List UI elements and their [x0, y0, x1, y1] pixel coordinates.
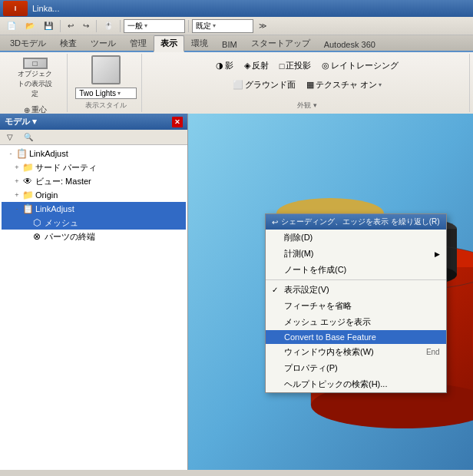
tab-startup[interactable]: スタートアップ: [244, 35, 317, 51]
model-panel-toolbar: ▽ 🔍: [0, 130, 187, 145]
title-bar-text: Linka...: [32, 4, 59, 13]
ctx-create-note[interactable]: ノートを作成(C): [266, 262, 446, 278]
tab-3dmodel[interactable]: 3Dモデル: [3, 35, 53, 51]
pro-logo: I: [3, 1, 28, 16]
separator-2: [96, 20, 97, 32]
parts-end-icon: ⊗: [31, 230, 43, 243]
cog-icon: ⊕: [24, 106, 30, 114]
expand-parts: [22, 232, 31, 241]
orthographic-btn[interactable]: □ 正投影: [276, 58, 315, 73]
ctx-display-settings[interactable]: 表示設定(V): [266, 282, 446, 298]
separator-1: [60, 20, 61, 32]
group-display-style-label: 表示スタイル: [85, 101, 127, 111]
redo-btn[interactable]: ↪: [79, 20, 93, 31]
display-style-icon[interactable]: [91, 55, 121, 84]
expand-mesh[interactable]: [22, 218, 31, 227]
context-menu-header: ↩ シェーディング、エッジを表示 を繰り返し(R): [266, 214, 446, 230]
model-panel-close[interactable]: ✕: [172, 117, 183, 127]
open-btn[interactable]: 📂: [22, 20, 38, 31]
display-style-arrow: ▾: [117, 90, 121, 97]
general-dropdown-arrow: ▾: [144, 22, 147, 29]
filter-btn[interactable]: ▽: [3, 131, 17, 143]
separator-3: [120, 20, 121, 32]
separator-4: [188, 20, 189, 32]
reflection-btn[interactable]: ◈ 反射: [241, 58, 272, 73]
new-icon: 📄: [7, 21, 16, 30]
linkAdjust-sub-icon: 📋: [22, 203, 34, 215]
ray-icon: ◎: [322, 61, 329, 71]
filter-icon: ▽: [7, 133, 13, 141]
tree-item-view-master[interactable]: + 👁 ビュー: Master: [2, 174, 186, 188]
ctx-mesh-edges[interactable]: メッシュ エッジを表示: [266, 314, 446, 330]
display-settings-row1: □ オブジェクトの表示設定: [11, 55, 60, 101]
tab-autodesk360[interactable]: Autodesk 360: [317, 38, 382, 51]
ribbon-content: □ オブジェクトの表示設定 ⊕ 重心 ⚙ 解析 🔗 iMate 記号 表示設定: [0, 52, 473, 114]
ground-icon: ⬜: [233, 80, 243, 90]
ctx-find-window[interactable]: ウィンドウ内を検索(W) End: [266, 344, 446, 360]
group-display-style: Two Lights ▾ 表示スタイル: [71, 54, 142, 112]
preset-dropdown[interactable]: 既定 ▾: [192, 19, 253, 33]
group-appearance: ◑ 影 ◈ 反射 □ 正投影 ◎ レイトレーシング ⬜ グラウンド面 ▦: [145, 54, 470, 112]
ctx-sep-1: [266, 279, 446, 280]
expand-third-party[interactable]: +: [12, 163, 22, 172]
ctx-delete[interactable]: 削除(D): [266, 230, 446, 246]
display-style-dropdown[interactable]: Two Lights ▾: [75, 88, 137, 99]
ctx-convert-base-feature[interactable]: Convert to Base Feature: [266, 330, 446, 344]
general-dropdown[interactable]: 一般 ▾: [124, 19, 185, 33]
tab-tools[interactable]: ツール: [84, 35, 123, 51]
tree-item-mesh[interactable]: ⬡ メッシュ: [2, 216, 186, 230]
group-display-settings: □ オブジェクトの表示設定 ⊕ 重心 ⚙ 解析 🔗 iMate 記号 表示設定: [3, 54, 68, 112]
reflection-icon: ◈: [244, 61, 250, 71]
search-tree-btn[interactable]: 🔍: [20, 131, 37, 143]
tree-item-origin[interactable]: + 📁 Origin: [2, 188, 186, 202]
mesh-icon: ⬡: [31, 217, 43, 229]
ctx-measure[interactable]: 計測(M): [266, 246, 446, 262]
shadow-icon: ◑: [216, 61, 223, 71]
tree-item-linkAdjust-root[interactable]: - 📋 LinkAdjust: [2, 147, 186, 160]
save-btn[interactable]: 💾: [40, 20, 57, 31]
tab-environment[interactable]: 環境: [184, 35, 215, 51]
search-tree-icon: 🔍: [24, 133, 33, 141]
tab-inspect[interactable]: 検査: [53, 35, 84, 51]
ctx-help-search[interactable]: ヘルプトピックの検索(H)...: [266, 376, 446, 392]
new-btn[interactable]: 📄: [3, 20, 20, 31]
linkAdjust-icon: 📋: [15, 147, 28, 160]
expand-linkAdjust-sub[interactable]: -: [12, 204, 22, 213]
undo-btn[interactable]: ↩: [64, 20, 78, 31]
ctx-suppress-feature[interactable]: フィーチャを省略: [266, 298, 446, 314]
expand-origin[interactable]: +: [12, 190, 22, 200]
extras-btn[interactable]: ≫: [255, 20, 270, 31]
texture-arrow: ▾: [379, 81, 382, 88]
open-icon: 📂: [25, 21, 35, 30]
tab-manage[interactable]: 管理: [123, 35, 154, 51]
mode-btn[interactable]: 🖱️: [100, 20, 117, 31]
tree-item-linkAdjust-sub[interactable]: - 📋 LinkAdjust: [2, 202, 186, 216]
group-appearance-label: 外観 ▾: [297, 101, 317, 111]
tab-bim[interactable]: BIM: [215, 38, 244, 51]
shadow-btn[interactable]: ◑ 影: [213, 58, 237, 73]
tab-display[interactable]: 表示: [154, 35, 184, 52]
model-panel-header: モデル ▾ ✕: [0, 114, 187, 130]
ribbon-toolbar: 📄 📂 💾 ↩ ↪ 🖱️ 一般 ▾ 既定 ▾ ≫: [0, 17, 473, 35]
expand-root[interactable]: -: [6, 149, 15, 158]
save-icon: 💾: [44, 21, 53, 30]
model-panel: モデル ▾ ✕ ▽ 🔍 - 📋 LinkAdjust + 📁: [0, 114, 188, 470]
model-panel-title: モデル ▾: [5, 116, 37, 127]
display-style-block: Two Lights ▾: [75, 55, 137, 99]
expand-view[interactable]: +: [12, 177, 22, 186]
title-bar: I Linka...: [0, 0, 473, 17]
ortho-icon: □: [280, 61, 285, 71]
origin-icon: 📁: [22, 189, 34, 201]
texture-btn[interactable]: ▦ テクスチャ オン ▾: [303, 78, 385, 92]
object-display-icon: □: [23, 58, 48, 69]
ray-tracing-btn[interactable]: ◎ レイトレーシング: [319, 58, 402, 73]
tree-item-third-party[interactable]: + 📁 サード パーティ: [2, 160, 186, 174]
ground-plane-btn[interactable]: ⬜ グラウンド面: [230, 78, 299, 92]
viewport: ↩ シェーディング、エッジを表示 を繰り返し(R) 削除(D) 計測(M) ノー…: [188, 114, 473, 470]
view-icon: 👁: [22, 175, 34, 187]
ctx-properties[interactable]: プロパティ(P): [266, 360, 446, 376]
tree-item-parts-end[interactable]: ⊗ パーツの終端: [2, 230, 186, 243]
object-display-btn[interactable]: □ オブジェクトの表示設定: [11, 55, 60, 101]
preset-dropdown-arrow: ▾: [213, 22, 216, 29]
mode-icon: 🖱️: [104, 21, 113, 30]
